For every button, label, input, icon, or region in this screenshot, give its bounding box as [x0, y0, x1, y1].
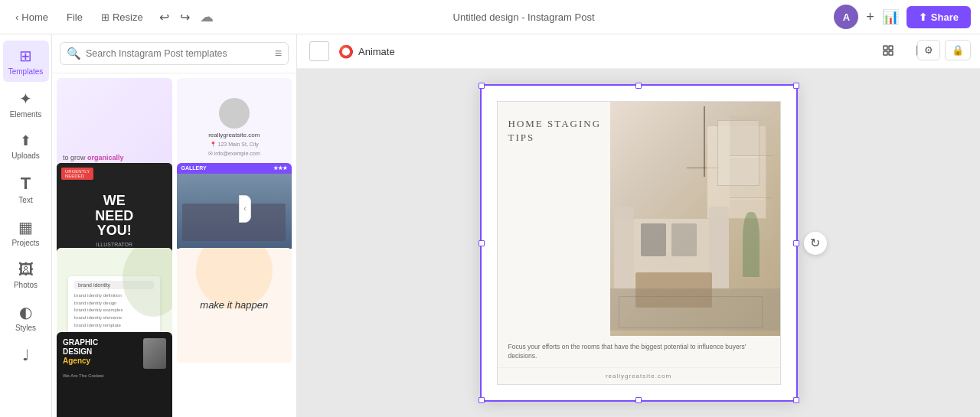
redo-button[interactable]: ↪ — [176, 8, 194, 26]
sidebar-label-templates: Templates — [8, 67, 44, 76]
canvas-workspace[interactable]: HOME STAGINGTIPS — [297, 69, 980, 417]
staging-room-img — [610, 102, 779, 336]
share-label: Share — [931, 11, 959, 23]
staging-content: HOME STAGINGTIPS — [498, 102, 780, 384]
filter-icon[interactable]: ≡ — [275, 47, 282, 60]
canvas-frame-inner: HOME STAGINGTIPS — [497, 101, 781, 385]
animate-icon: ⭕ — [338, 44, 354, 59]
uploads-icon: ⬆ — [20, 132, 31, 149]
lock-tool-button[interactable]: 🔒 — [945, 40, 971, 60]
svg-rect-1 — [889, 46, 893, 50]
sidebar-item-text[interactable]: T Text — [3, 168, 49, 210]
sidebar-label-projects: Projects — [11, 239, 39, 247]
template-grid: to grow organically on social networks 👑 — [52, 73, 296, 417]
canvas-right-tools: ⚙ 🔒 — [917, 40, 971, 60]
sidebar-label-photos: Photos — [14, 281, 38, 289]
styles-icon: ◐ — [19, 303, 32, 321]
sidebar-label-styles: Styles — [15, 324, 36, 332]
animate-label: Animate — [358, 46, 395, 57]
staging-title: HOME STAGINGTIPS — [508, 117, 614, 145]
search-bar: 🔍 ≡ — [52, 34, 296, 73]
canvas-toolbar: ⭕ Animate — [297, 34, 980, 69]
search-input[interactable] — [86, 48, 270, 59]
staging-text-area: HOME STAGINGTIPS — [498, 102, 625, 336]
svg-rect-3 — [889, 51, 893, 55]
top-bar: ‹ Home File ⊞ Resize ↩ ↪ ☁ Untitled desi… — [0, 0, 980, 34]
sidebar-item-uploads[interactable]: ⬆ Uploads — [3, 126, 49, 166]
sidebar-item-elements[interactable]: ✦ Elements — [3, 83, 49, 125]
svg-rect-2 — [884, 51, 887, 55]
sidebar-item-templates[interactable]: ⊞ Templates — [3, 41, 49, 82]
staging-description: Focus your efforts on the rooms that hav… — [498, 336, 780, 368]
undo-button[interactable]: ↩ — [155, 8, 173, 26]
handle-tm[interactable] — [635, 83, 642, 89]
avatar[interactable]: A — [834, 5, 858, 29]
search-icon: 🔍 — [67, 47, 81, 60]
template-card-7[interactable]: GRAPHICDESIGN Agency We Are The Coolest … — [57, 332, 172, 417]
staging-image-area — [610, 102, 779, 336]
handle-bl[interactable] — [479, 397, 485, 403]
sidebar-item-photos[interactable]: 🖼 Photos — [3, 255, 49, 295]
music-icon: ♩ — [22, 346, 29, 364]
sidebar-item-styles[interactable]: ◐ Styles — [3, 297, 49, 338]
resize-label: Resize — [113, 11, 143, 23]
animate-button[interactable]: ⭕ Animate — [338, 44, 395, 59]
main-layout: ⊞ Templates ✦ Elements ⬆ Uploads T Text … — [0, 34, 980, 417]
canvas-frame: HOME STAGINGTIPS — [480, 84, 798, 402]
chevron-left-icon: ‹ — [15, 11, 18, 23]
resize-button[interactable]: ⊞ Resize — [95, 8, 149, 26]
template-card-6[interactable]: make it happen — [177, 248, 292, 363]
hide-panel-button[interactable]: ‹ — [239, 195, 251, 223]
projects-icon: ▦ — [18, 218, 33, 236]
templates-icon: ⊞ — [19, 47, 32, 65]
undo-redo-group: ↩ ↪ — [155, 8, 194, 26]
sidebar-icons: ⊞ Templates ✦ Elements ⬆ Uploads T Text … — [0, 34, 52, 417]
staging-top: HOME STAGINGTIPS — [498, 102, 780, 336]
search-wrap: 🔍 ≡ — [60, 42, 289, 65]
document-title: Untitled design - Instagram Post — [220, 11, 828, 23]
svg-rect-0 — [884, 46, 887, 50]
topbar-right: A + 📊 ⬆ Share — [834, 5, 971, 29]
home-button[interactable]: ‹ Home — [9, 8, 54, 26]
file-label: File — [67, 11, 83, 23]
canvas-resize-button[interactable] — [876, 41, 900, 63]
sidebar-label-elements: Elements — [10, 110, 42, 119]
handle-tl[interactable] — [479, 83, 485, 89]
home-label: Home — [21, 11, 48, 23]
plus-icon[interactable]: + — [866, 9, 874, 25]
handle-br[interactable] — [793, 397, 799, 403]
text-icon: T — [21, 174, 31, 194]
cloud-save-icon: ☁ — [200, 8, 214, 25]
share-icon: ⬆ — [919, 11, 927, 23]
handle-bm[interactable] — [635, 397, 642, 403]
settings-tool-button[interactable]: ⚙ — [917, 40, 940, 60]
file-menu[interactable]: File — [60, 8, 89, 26]
elements-icon: ✦ — [19, 90, 32, 108]
sidebar-item-projects[interactable]: ▦ Projects — [3, 212, 49, 253]
share-button[interactable]: ⬆ Share — [906, 6, 971, 28]
photos-icon: 🖼 — [18, 261, 34, 279]
sidebar-item-music[interactable]: ♩ — [3, 340, 49, 370]
refresh-button[interactable]: ↻ — [804, 232, 827, 255]
staging-website: reallygreatsite.com — [498, 367, 780, 384]
handle-ml[interactable] — [479, 240, 485, 246]
sidebar-label-text: Text — [18, 196, 32, 204]
handle-mr[interactable] — [793, 240, 799, 246]
sidebar-label-uploads: Uploads — [11, 151, 40, 160]
analytics-icon[interactable]: 📊 — [882, 8, 899, 25]
canvas-area: ⭕ Animate — [297, 34, 980, 417]
color-swatch[interactable] — [309, 41, 329, 61]
handle-tr[interactable] — [793, 83, 799, 89]
templates-panel: 🔍 ≡ to grow organically on social networ… — [52, 34, 297, 417]
resize-icon: ⊞ — [101, 11, 109, 23]
